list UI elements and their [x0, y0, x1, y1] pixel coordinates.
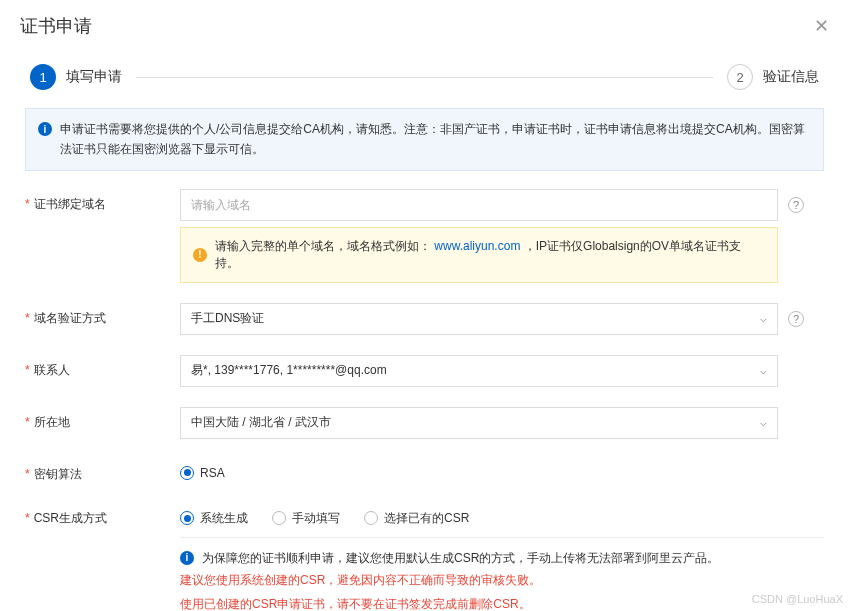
- verify-select[interactable]: 手工DNS验证 ⌵: [180, 303, 778, 335]
- radio-icon: [180, 466, 194, 480]
- chevron-down-icon: ⌵: [760, 416, 767, 429]
- warning-icon: !: [193, 248, 207, 262]
- step-divider: [136, 77, 713, 78]
- radio-icon: [364, 511, 378, 525]
- radio-label: 系统生成: [200, 510, 248, 527]
- select-value: 手工DNS验证: [191, 310, 264, 327]
- label-csr: CSR生成方式: [25, 503, 180, 527]
- domain-input[interactable]: [180, 189, 778, 221]
- label-contact: 联系人: [25, 355, 180, 379]
- select-value: 易*, 139****1776, 1*********@qq.com: [191, 362, 387, 379]
- location-select[interactable]: 中国大陆 / 湖北省 / 武汉市 ⌵: [180, 407, 778, 439]
- label-keyalgo: 密钥算法: [25, 459, 180, 483]
- radio-csr-system[interactable]: 系统生成: [180, 510, 248, 527]
- csr-warning-2: 使用已创建的CSR申请证书，请不要在证书签发完成前删除CSR。: [180, 594, 824, 611]
- page-title: 证书申请: [20, 14, 92, 38]
- csr-warning-1: 建议您使用系统创建的CSR，避免因内容不正确而导致的审核失败。: [180, 570, 824, 592]
- info-icon: i: [38, 122, 52, 136]
- domain-hint: ! 请输入完整的单个域名，域名格式例如： www.aliyun.com ，IP证…: [180, 227, 778, 283]
- csr-info-text: 为保障您的证书顺利申请，建议您使用默认生成CSR的方式，手动上传将无法部署到阿里…: [202, 548, 719, 568]
- radio-icon: [272, 511, 286, 525]
- select-value: 中国大陆 / 湖北省 / 武汉市: [191, 414, 331, 431]
- radio-csr-manual[interactable]: 手动填写: [272, 510, 340, 527]
- label-verify: 域名验证方式: [25, 303, 180, 327]
- help-icon[interactable]: ?: [788, 197, 804, 213]
- help-icon[interactable]: ?: [788, 311, 804, 327]
- hint-link[interactable]: www.aliyun.com: [434, 239, 520, 253]
- step-number: 1: [30, 64, 56, 90]
- radio-label: 选择已有的CSR: [384, 510, 469, 527]
- step-number: 2: [727, 64, 753, 90]
- chevron-down-icon: ⌵: [760, 364, 767, 377]
- notice-banner: i 申请证书需要将您提供的个人/公司信息提交给CA机构，请知悉。注意：非国产证书…: [25, 108, 824, 171]
- close-icon[interactable]: ✕: [814, 15, 829, 37]
- step-label: 填写申请: [66, 68, 122, 86]
- step-label: 验证信息: [763, 68, 819, 86]
- watermark: CSDN @LuoHuaX: [752, 593, 843, 605]
- step-2: 2 验证信息: [727, 64, 819, 90]
- info-icon: i: [180, 551, 194, 565]
- radio-csr-existing[interactable]: 选择已有的CSR: [364, 510, 469, 527]
- notice-text: 申请证书需要将您提供的个人/公司信息提交给CA机构，请知悉。注意：非国产证书，申…: [60, 119, 811, 160]
- step-1: 1 填写申请: [30, 64, 122, 90]
- label-location: 所在地: [25, 407, 180, 431]
- chevron-down-icon: ⌵: [760, 312, 767, 325]
- contact-select[interactable]: 易*, 139****1776, 1*********@qq.com ⌵: [180, 355, 778, 387]
- radio-label: 手动填写: [292, 510, 340, 527]
- radio-icon: [180, 511, 194, 525]
- radio-rsa[interactable]: RSA: [180, 466, 225, 480]
- radio-label: RSA: [200, 466, 225, 480]
- step-indicator: 1 填写申请 2 验证信息: [0, 48, 849, 108]
- label-domain: 证书绑定域名: [25, 189, 180, 213]
- hint-text: 请输入完整的单个域名，域名格式例如：: [215, 239, 431, 253]
